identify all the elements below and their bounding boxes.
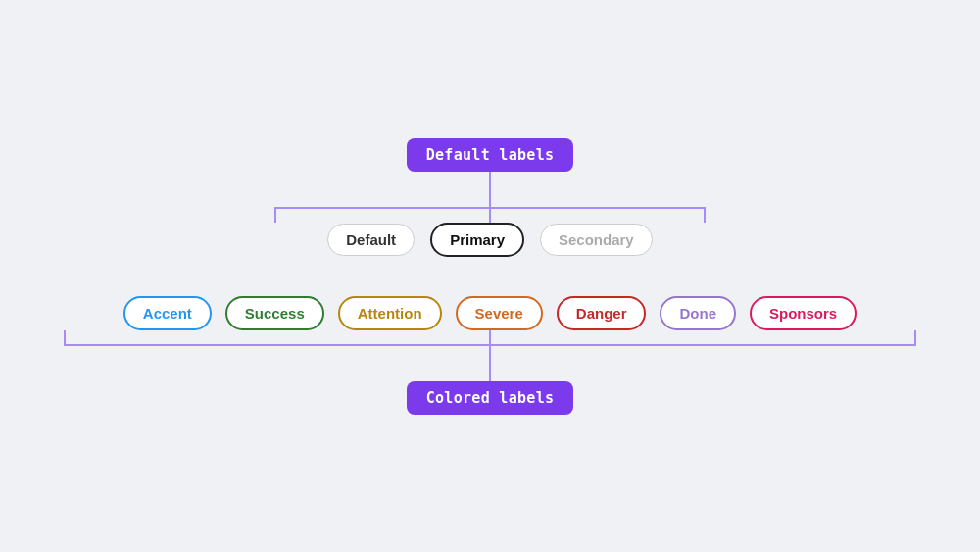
- colored-bracket-right-vert: [914, 330, 916, 346]
- colored-labels-text: Colored labels: [426, 389, 555, 407]
- bracket-left-vert: [274, 207, 276, 223]
- colored-labels-node: Colored labels: [407, 381, 574, 415]
- colored-bracket-center-vert: [489, 330, 491, 346]
- default-label-text: Default: [346, 231, 396, 248]
- default-labels-row: Default Primary Secondary: [327, 223, 652, 257]
- label-default: Default: [327, 224, 415, 256]
- label-secondary: Secondary: [540, 224, 653, 256]
- bracket-center-vert: [489, 207, 491, 223]
- label-success: Success: [225, 296, 324, 330]
- diagram: Default labels Default Primary Secondary: [49, 138, 931, 415]
- label-primary: Primary: [430, 223, 524, 257]
- label-done: Done: [660, 296, 736, 330]
- bottom-section: Accent Success Attention Severe Danger D…: [64, 296, 916, 415]
- colored-labels-row: Accent Success Attention Severe Danger D…: [123, 296, 857, 330]
- accent-label-text: Accent: [143, 305, 192, 322]
- secondary-label-text: Secondary: [559, 231, 634, 248]
- label-severe: Severe: [456, 296, 543, 330]
- label-accent: Accent: [123, 296, 212, 330]
- sponsors-label-text: Sponsors: [769, 305, 837, 322]
- colored-bracket-left-vert: [64, 330, 66, 346]
- done-label-text: Done: [679, 305, 716, 322]
- attention-label-text: Attention: [358, 305, 422, 322]
- default-bracket-container: [274, 207, 706, 209]
- label-danger: Danger: [557, 296, 647, 330]
- severe-label-text: Severe: [475, 305, 523, 322]
- primary-label-text: Primary: [450, 231, 505, 248]
- default-labels-node: Default labels: [407, 138, 574, 172]
- danger-label-text: Danger: [576, 305, 627, 322]
- bottom-connector: [489, 346, 491, 381]
- success-label-text: Success: [245, 305, 305, 322]
- top-connector: [489, 172, 491, 207]
- default-labels-text: Default labels: [426, 146, 555, 164]
- label-attention: Attention: [338, 296, 442, 330]
- label-sponsors: Sponsors: [750, 296, 857, 330]
- bracket-right-vert: [704, 207, 706, 223]
- colored-bracket-container: [64, 330, 916, 346]
